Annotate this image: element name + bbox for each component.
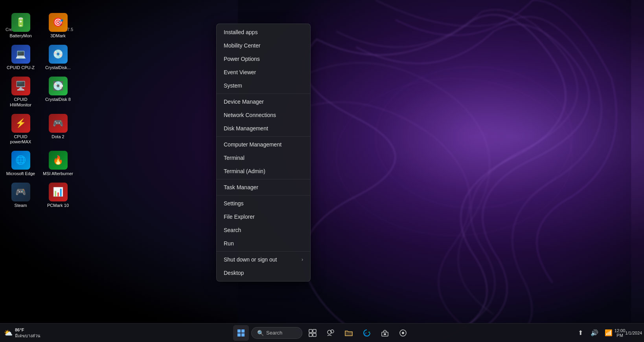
- menu-label-system: System: [224, 82, 242, 89]
- store-button[interactable]: [377, 325, 393, 341]
- menu-label-computer-management: Computer Management: [224, 141, 282, 148]
- icon-label-steam: Steam: [15, 203, 27, 208]
- menu-separator-after-terminal-admin: [217, 179, 310, 179]
- menu-item-installed-apps[interactable]: Installed apps: [217, 26, 310, 39]
- svg-rect-3: [237, 329, 241, 333]
- desktop-icon-cpuid-hwmonitor[interactable]: 🖥️ CPUID HWMonitor: [3, 75, 38, 109]
- task-view-button[interactable]: [305, 325, 320, 341]
- icon-image-crystaldisk: 💿: [49, 45, 68, 64]
- menu-separator-after-task-manager: [217, 195, 310, 196]
- menu-item-network-connections[interactable]: Network Connections: [217, 108, 310, 122]
- menu-item-shut-down[interactable]: Shut down or sign out ›: [217, 253, 310, 266]
- menu-item-system[interactable]: System: [217, 79, 310, 92]
- svg-point-16: [402, 332, 404, 334]
- menu-label-task-manager: Task Manager: [224, 184, 258, 190]
- menu-label-file-explorer: File Explorer: [224, 214, 255, 220]
- icon-image-edge: 🌐: [11, 151, 30, 170]
- icon-label-crystaldisk8: CrystalDisk 8: [45, 97, 71, 102]
- icon-image-cpuid-hwmonitor: 🖥️: [11, 77, 30, 95]
- extra-app-button[interactable]: [395, 325, 411, 341]
- icon-image-batterymon: 🔋: [11, 13, 30, 32]
- desktop-icon-batterymon[interactable]: 🔋 BatteryMon: [3, 11, 38, 40]
- svg-rect-7: [309, 329, 312, 333]
- taskbar: ⛅ 86°F มีเดฆบางส่วน 🔍 Search: [0, 323, 644, 342]
- tray-icon-3[interactable]: 📶: [602, 327, 615, 339]
- tray-date: 1/1/2024: [625, 331, 642, 335]
- menu-separator-after-run: [217, 251, 310, 252]
- tray-icon-2[interactable]: 🔊: [588, 327, 601, 339]
- menu-label-device-manager: Device Manager: [224, 99, 264, 105]
- svg-rect-10: [313, 333, 316, 337]
- menu-item-settings[interactable]: Settings: [217, 197, 310, 210]
- icon-label-batterymon: BatteryMon: [9, 33, 31, 38]
- icon-label-cpuid-hwmonitor: CPUID HWMonitor: [5, 97, 36, 107]
- context-menu: Installed apps Mobility Center Power Opt…: [216, 24, 311, 282]
- desktop-icon-3dmark[interactable]: 🎯 3DMark: [40, 11, 75, 40]
- icon-label-edge: Microsoft Edge: [6, 171, 35, 176]
- svg-rect-14: [384, 333, 386, 335]
- desktop-icon-pcmark10[interactable]: 📊 PCMark 10: [40, 181, 75, 210]
- menu-item-desktop[interactable]: Desktop: [217, 266, 310, 280]
- desktop-icon-crystaldisk[interactable]: 💿 CrystalDisk...: [40, 43, 75, 72]
- menu-separator-after-system: [217, 93, 310, 94]
- menu-label-terminal-admin: Terminal (Admin): [224, 168, 265, 174]
- menu-label-power-options: Power Options: [224, 56, 260, 62]
- menu-item-search[interactable]: Search: [217, 223, 310, 237]
- desktop-icon-cpuz[interactable]: 💻 CPUID CPU-Z: [3, 43, 38, 72]
- icon-label-crystaldisk: CrystalDisk...: [45, 65, 71, 70]
- icon-image-dota2: 🎮: [49, 114, 68, 133]
- taskbar-center: 🔍 Search: [233, 325, 411, 341]
- tray-icon-1[interactable]: ⬆: [574, 327, 587, 339]
- menu-item-terminal[interactable]: Terminal: [217, 151, 310, 165]
- weather-icon: ⛅: [4, 329, 13, 337]
- taskbar-search-bar[interactable]: 🔍 Search: [251, 327, 302, 339]
- desktop-icon-dota2[interactable]: 🎮 Dota 2: [40, 112, 75, 146]
- desktop: Creati... 7.5 🔋 BatteryMon 🎯 3DMark 💻 CP…: [0, 0, 644, 342]
- taskbar-weather[interactable]: ⛅ 86°F มีเดฆบางส่วน: [4, 327, 40, 338]
- menu-item-event-viewer[interactable]: Event Viewer: [217, 66, 310, 79]
- icon-image-cpuz: 💻: [11, 45, 30, 64]
- icon-label-pcmark10: PCMark 10: [47, 203, 69, 208]
- desktop-icon-cpuid-powermax[interactable]: ⚡ CPUID powerMAX: [3, 112, 38, 146]
- menu-label-run: Run: [224, 240, 234, 247]
- desktop-icon-crystaldisk8[interactable]: 💽 CrystalDisk 8: [40, 75, 75, 109]
- icon-label-cpuid-powermax: CPUID powerMAX: [5, 134, 36, 144]
- svg-rect-6: [241, 333, 245, 337]
- menu-item-device-manager[interactable]: Device Manager: [217, 95, 310, 108]
- menu-item-run[interactable]: Run: [217, 237, 310, 250]
- svg-rect-9: [309, 333, 312, 337]
- weather-temp: 86°F: [15, 327, 40, 333]
- menu-label-desktop: Desktop: [224, 270, 244, 276]
- taskbar-system-tray: ⬆ 🔊 📶 12:00 PM 1/1/2024: [574, 327, 640, 339]
- menu-item-disk-management[interactable]: Disk Management: [217, 122, 310, 135]
- file-explorer-button[interactable]: [341, 325, 357, 341]
- menu-item-power-options[interactable]: Power Options: [217, 52, 310, 66]
- svg-rect-8: [313, 329, 316, 333]
- menu-item-terminal-admin[interactable]: Terminal (Admin): [217, 165, 310, 178]
- submenu-arrow-shut-down: ›: [302, 257, 303, 262]
- icon-image-3dmark: 🎯: [49, 13, 68, 32]
- taskbar-search-label: Search: [266, 330, 282, 336]
- menu-item-file-explorer[interactable]: File Explorer: [217, 210, 310, 223]
- menu-separator-after-disk-management: [217, 136, 310, 137]
- menu-label-network-connections: Network Connections: [224, 112, 276, 118]
- icon-label-dota2: Dota 2: [52, 134, 64, 139]
- start-button[interactable]: [233, 325, 249, 341]
- chat-button[interactable]: [323, 325, 339, 341]
- icon-label-3dmark: 3DMark: [50, 33, 66, 38]
- desktop-icons-container: 🔋 BatteryMon 🎯 3DMark 💻 CPUID CPU-Z 💿 Cr…: [0, 8, 79, 214]
- tray-time: 12:00 PM: [615, 328, 626, 338]
- tray-clock[interactable]: 12:00 PM 1/1/2024: [616, 327, 640, 339]
- desktop-icon-edge[interactable]: 🌐 Microsoft Edge: [3, 149, 38, 178]
- desktop-icon-msi-afterburner[interactable]: 🔥 MSI Afterburner: [40, 149, 75, 178]
- svg-rect-5: [237, 333, 241, 337]
- menu-label-search: Search: [224, 227, 241, 233]
- menu-label-settings: Settings: [224, 200, 244, 207]
- menu-item-mobility-center[interactable]: Mobility Center: [217, 39, 310, 52]
- menu-label-mobility-center: Mobility Center: [224, 42, 260, 49]
- menu-item-task-manager[interactable]: Task Manager: [217, 181, 310, 194]
- menu-item-computer-management[interactable]: Computer Management: [217, 138, 310, 151]
- svg-rect-4: [241, 329, 245, 333]
- desktop-icon-steam[interactable]: 🎮 Steam: [3, 181, 38, 210]
- edge-button[interactable]: [359, 325, 375, 341]
